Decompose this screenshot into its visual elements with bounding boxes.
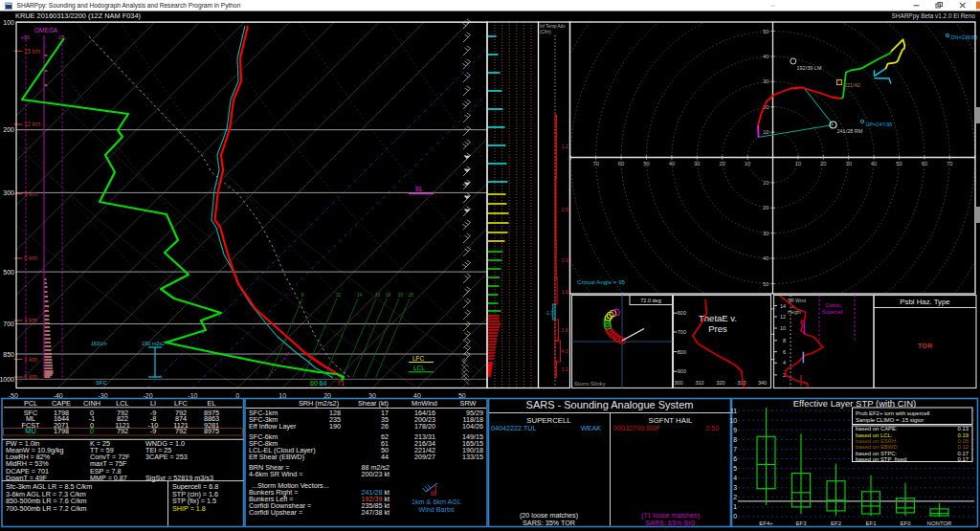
svg-text:700: 700 (678, 329, 686, 335)
svg-text:6: 6 (733, 455, 737, 462)
svg-text:LCL: LCL (116, 399, 128, 408)
svg-text:15 km: 15 km (24, 48, 40, 55)
svg-text:CINH: CINH (83, 399, 100, 408)
svg-text:20: 20 (763, 205, 768, 210)
svg-text:1 km: 1 km (24, 356, 37, 363)
svg-text:based on STP_fixed:: based on STP_fixed: (856, 456, 908, 462)
svg-text:Classic: Classic (825, 302, 841, 308)
svg-text:2.50: 2.50 (705, 424, 719, 432)
svg-text:0.17: 0.17 (958, 456, 969, 462)
svg-text:209/27: 209/27 (414, 453, 435, 461)
svg-text:26: 26 (381, 422, 389, 431)
svg-text:4.3: 4.3 (562, 348, 568, 354)
svg-text:0.19: 0.19 (958, 432, 969, 438)
svg-text:EF4+: EF4+ (759, 520, 773, 526)
svg-text:178/20: 178/20 (414, 422, 435, 431)
svg-text:64: 64 (320, 380, 327, 387)
svg-text:310: 310 (695, 380, 703, 386)
svg-text:WEAK: WEAK (581, 424, 601, 432)
svg-text:0 km: 0 km (24, 373, 37, 380)
svg-text:LCL: LCL (413, 365, 425, 371)
svg-text:Shear (kt): Shear (kt) (358, 399, 389, 408)
svg-text:60: 60 (310, 380, 318, 387)
svg-text:Inf Temp Adv: Inf Temp Adv (540, 24, 566, 29)
svg-text:10: 10 (795, 161, 801, 166)
svg-text:4-6km SR Wind =: 4-6km SR Wind = (249, 470, 303, 478)
svg-text:600: 600 (678, 310, 686, 316)
svg-text:1.6: 1.6 (562, 289, 568, 295)
svg-text:7: 7 (733, 446, 737, 453)
svg-text:-50: -50 (9, 392, 18, 399)
svg-text:Wind Barbs: Wind Barbs (418, 505, 455, 514)
svg-text:850: 850 (3, 351, 14, 358)
svg-text:60: 60 (618, 161, 624, 166)
svg-text:25: 25 (409, 293, 414, 298)
svg-text:TOR: TOR (918, 342, 933, 350)
svg-text:0: 0 (235, 392, 239, 399)
svg-text:+10: +10 (21, 34, 30, 40)
svg-text:LFC: LFC (412, 355, 425, 362)
svg-text:50: 50 (763, 281, 768, 287)
svg-text:9 km: 9 km (24, 190, 37, 197)
svg-text:12: 12 (336, 293, 342, 298)
svg-text:2.8: 2.8 (562, 327, 568, 333)
svg-text:20: 20 (820, 161, 826, 166)
svg-text:0.12: 0.12 (958, 444, 969, 450)
svg-text:based on CAPE:: based on CAPE: (856, 426, 898, 431)
svg-text:Effective Layer STP (with CIN): Effective Layer STP (with CIN) (793, 398, 916, 409)
svg-text:0: 0 (733, 513, 737, 520)
svg-text:SARS: 63% SIG: SARS: 63% SIG (645, 519, 696, 527)
svg-text:SARS - Sounding Analogue Syste: SARS - Sounding Analogue System (526, 399, 694, 410)
svg-text:based on EBWD:: based on EBWD: (856, 444, 900, 450)
svg-text:3CAPE = 253: 3CAPE = 253 (145, 453, 188, 461)
svg-text:EF2: EF2 (831, 520, 842, 526)
svg-text:190 m2s2: 190 m2s2 (142, 341, 165, 346)
svg-text:16: 16 (375, 293, 381, 298)
svg-text:18: 18 (386, 293, 391, 298)
svg-text:Supercell: Supercell (822, 309, 843, 315)
svg-text:based on ESRH:: based on ESRH: (856, 438, 898, 444)
svg-text:14: 14 (357, 293, 363, 298)
svg-text:71: 71 (337, 380, 345, 387)
svg-text:4: 4 (733, 475, 737, 481)
svg-text:Storm Slinky: Storm Slinky (574, 381, 606, 387)
svg-text:104/26: 104/26 (462, 422, 483, 431)
svg-text:14: 14 (780, 303, 786, 309)
svg-text:40: 40 (669, 161, 675, 166)
svg-text:Psbl Haz. Type: Psbl Haz. Type (900, 298, 949, 306)
svg-text:3: 3 (733, 484, 737, 491)
svg-text:MnWind: MnWind (412, 399, 437, 408)
svg-text:190: 190 (329, 422, 341, 431)
svg-text:30: 30 (694, 161, 700, 166)
svg-text:LI: LI (150, 399, 156, 408)
svg-text:100: 100 (3, 19, 14, 26)
svg-text:00032700.SGF: 00032700.SGF (613, 424, 660, 432)
svg-text:200/23 kt: 200/23 kt (361, 470, 390, 478)
svg-text:0.13: 0.13 (958, 426, 969, 431)
svg-text:1.2: 1.2 (562, 366, 568, 372)
svg-text:72.0 deg: 72.0 deg (640, 298, 660, 303)
svg-text:0.9: 0.9 (562, 257, 568, 263)
svg-text:SFC: SFC (96, 380, 108, 386)
svg-text:700-500mb LR = 7.2 C/km: 700-500mb LR = 7.2 C/km (6, 504, 87, 513)
svg-text:LFC: LFC (174, 399, 188, 408)
svg-text:EF0: EF0 (900, 520, 911, 526)
svg-text:133/15: 133/15 (462, 453, 483, 461)
svg-text:PCL: PCL (24, 399, 37, 408)
svg-text:Critical Angle = 95: Critical Angle = 95 (577, 278, 626, 285)
svg-text:4: 4 (783, 360, 786, 365)
svg-text:SARS: 35% TOR: SARS: 35% TOR (523, 519, 575, 527)
svg-text:70: 70 (592, 161, 598, 166)
svg-text:1.2: 1.2 (562, 144, 568, 149)
svg-text:2: 2 (733, 494, 737, 500)
svg-text:10: 10 (780, 325, 786, 331)
svg-text:44: 44 (381, 453, 389, 461)
svg-text:800: 800 (678, 349, 686, 355)
svg-text:6: 6 (783, 349, 786, 355)
svg-text:SHIP = 1.8: SHIP = 1.8 (172, 504, 206, 513)
svg-text:20: 20 (398, 293, 404, 298)
svg-text:70: 70 (947, 161, 952, 166)
svg-text:UP=247/38: UP=247/38 (866, 122, 893, 127)
svg-text:50: 50 (896, 161, 902, 166)
svg-text:241/28 RM: 241/28 RM (837, 128, 863, 134)
